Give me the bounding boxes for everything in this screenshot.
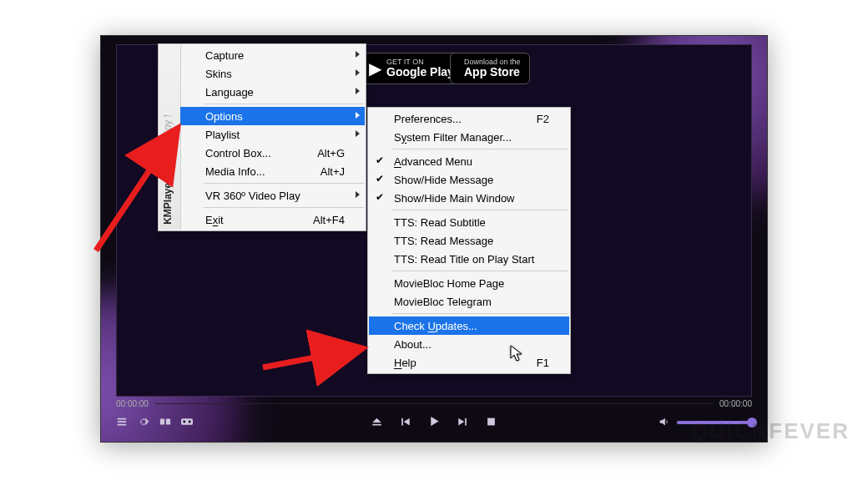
google-play-badge[interactable]: ▶ GET IT ON Google Play — [360, 53, 463, 84]
menu-sidebar: KMPlayer We All Enjoy ! — [159, 45, 181, 230]
submenu-arrow-icon — [356, 112, 360, 119]
submenu-arrow-icon — [356, 69, 360, 76]
context-menu: KMPlayer We All Enjoy ! Capture Skins La… — [158, 43, 366, 231]
submenu-item-system-filter-manager[interactable]: System Filter Manager... — [369, 128, 569, 146]
submenu-arrow-icon — [356, 51, 360, 58]
previous-icon[interactable] — [400, 416, 411, 430]
control-box-icon[interactable] — [159, 416, 171, 430]
control-bar — [116, 412, 752, 433]
app-store-badge[interactable]: Download on the App Store — [450, 53, 530, 84]
settings-icon[interactable] — [138, 416, 149, 430]
submenu-item-preferences[interactable]: Preferences...F2 — [369, 109, 569, 128]
submenu-item-advanced-menu[interactable]: ✔Advanced Menu — [369, 152, 569, 170]
submenu-arrow-icon — [356, 191, 360, 198]
menu-item-control-box[interactable]: Control Box...Alt+G — [180, 144, 365, 162]
submenu-item-tts-message[interactable]: TTS: Read Message — [369, 231, 569, 250]
time-bar: 00:00:00 00:00:00 — [116, 397, 752, 410]
menu-item-playlist[interactable]: Playlist — [180, 125, 365, 144]
submenu-arrow-icon — [356, 130, 360, 137]
submenu-item-about[interactable]: About... — [369, 335, 569, 353]
next-icon[interactable] — [457, 416, 469, 430]
eject-icon[interactable] — [371, 416, 383, 430]
menu-item-language[interactable]: Language — [180, 83, 365, 101]
menu-item-vr360[interactable]: VR 360º Video Play — [180, 186, 365, 205]
submenu-arrow-icon — [356, 88, 360, 94]
menu-item-capture[interactable]: Capture — [180, 46, 365, 64]
time-elapsed: 00:00:00 — [116, 399, 149, 408]
svg-rect-2 — [181, 418, 193, 425]
play-triangle-icon: ▶ — [369, 58, 381, 78]
stop-icon[interactable] — [486, 416, 497, 430]
badge-bottom: Google Play — [386, 66, 454, 78]
submenu-item-moviebloc-telegram[interactable]: MovieBloc Telegram — [369, 292, 569, 311]
check-icon: ✔ — [376, 173, 384, 185]
page-watermark: QUICKFEVER — [691, 418, 850, 444]
options-submenu: Preferences...F2 System Filter Manager..… — [367, 107, 571, 374]
submenu-item-tts-subtitle[interactable]: TTS: Read Subtitle — [369, 213, 569, 231]
play-icon[interactable] — [428, 415, 441, 430]
svg-point-4 — [189, 420, 191, 423]
submenu-item-showhide-main-window[interactable]: ✔Show/Hide Main Window — [369, 189, 569, 207]
slogan-text: We All Enjoy ! — [162, 114, 174, 176]
vr-icon[interactable] — [181, 416, 193, 430]
submenu-item-tts-title[interactable]: TTS: Read Title on Play Start — [369, 250, 569, 268]
svg-point-3 — [183, 420, 185, 423]
svg-rect-1 — [166, 418, 170, 424]
seek-track[interactable] — [155, 403, 713, 404]
svg-rect-0 — [160, 418, 164, 424]
submenu-item-check-updates[interactable]: Check Updates... — [369, 316, 569, 335]
menu-item-media-info[interactable]: Media Info...Alt+J — [180, 162, 365, 180]
brand-text: KMPlayer — [162, 179, 174, 225]
submenu-item-help[interactable]: HelpF1 — [369, 353, 569, 372]
submenu-item-moviebloc-home[interactable]: MovieBloc Home Page — [369, 274, 569, 292]
menu-item-exit[interactable]: ExitAlt+F4 — [180, 210, 365, 229]
menu-item-skins[interactable]: Skins — [180, 64, 365, 83]
playlist-icon[interactable] — [116, 416, 128, 430]
check-icon: ✔ — [376, 154, 384, 166]
svg-rect-5 — [487, 418, 495, 425]
menu-item-options[interactable]: Options — [180, 107, 365, 125]
volume-icon[interactable] — [659, 416, 670, 430]
time-total: 00:00:00 — [719, 399, 752, 408]
submenu-item-showhide-message[interactable]: ✔Show/Hide Message — [369, 170, 569, 189]
badge-bottom: App Store — [464, 66, 521, 78]
check-icon: ✔ — [376, 191, 384, 203]
